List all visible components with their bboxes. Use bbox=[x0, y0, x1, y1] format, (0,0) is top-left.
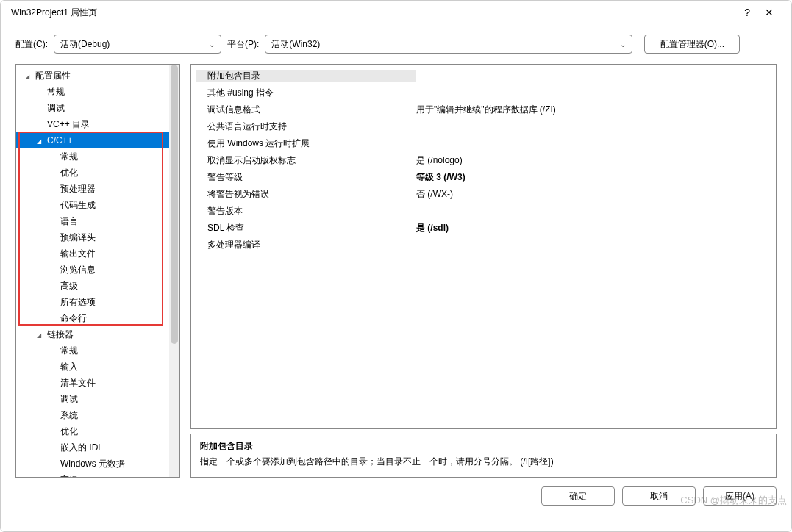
tree-pane: 配置属性常规调试VC++ 目录C/C++常规优化预处理器代码生成语言预编译头输出… bbox=[15, 64, 180, 478]
prop-name: 多处理器编译 bbox=[196, 239, 416, 251]
tree-item-cpp-1[interactable]: 优化 bbox=[16, 165, 169, 181]
cancel-button[interactable]: 取消 bbox=[622, 486, 696, 506]
tree-item-cpp-4[interactable]: 语言 bbox=[16, 213, 169, 229]
window-title: Win32Project1 属性页 bbox=[11, 7, 97, 19]
tree-item-top-2[interactable]: VC++ 目录 bbox=[16, 116, 169, 132]
tree-item-linker-7[interactable]: Windows 元数据 bbox=[16, 456, 169, 472]
tree-item-linker-2[interactable]: 清单文件 bbox=[16, 375, 169, 391]
prop-row-9[interactable]: SDL 检查是 (/sdl) bbox=[196, 220, 771, 237]
config-dropdown[interactable]: 活动(Debug) ⌄ bbox=[54, 35, 221, 54]
tree-item-linker-1[interactable]: 输入 bbox=[16, 359, 169, 375]
tree-item-linker-4[interactable]: 系统 bbox=[16, 407, 169, 423]
prop-row-2[interactable]: 调试信息格式用于"编辑并继续"的程序数据库 (/ZI) bbox=[196, 101, 771, 118]
tree-item-linker[interactable]: 链接器 bbox=[16, 326, 169, 342]
chevron-down-icon: ⌄ bbox=[620, 40, 626, 48]
tree-item-cpp-6[interactable]: 输出文件 bbox=[16, 245, 169, 262]
tree-item-linker-3[interactable]: 调试 bbox=[16, 391, 169, 407]
config-label: 配置(C): bbox=[15, 38, 48, 51]
prop-row-5[interactable]: 取消显示启动版权标志是 (/nologo) bbox=[196, 152, 771, 169]
tree-item-top-1[interactable]: 调试 bbox=[16, 100, 169, 116]
prop-name: 附加包含目录 bbox=[196, 70, 416, 82]
prop-row-6[interactable]: 警告等级等级 3 (/W3) bbox=[196, 169, 771, 186]
tree-item-cpp-8[interactable]: 高级 bbox=[16, 278, 169, 294]
prop-name: 调试信息格式 bbox=[196, 104, 416, 116]
prop-row-4[interactable]: 使用 Windows 运行时扩展 bbox=[196, 135, 771, 152]
prop-row-8[interactable]: 警告版本 bbox=[196, 203, 771, 220]
tree-item-cpp-7[interactable]: 浏览信息 bbox=[16, 262, 169, 278]
platform-dropdown[interactable]: 活动(Win32) ⌄ bbox=[265, 35, 632, 54]
apply-button[interactable]: 应用(A) bbox=[703, 486, 777, 506]
platform-value: 活动(Win32) bbox=[271, 38, 320, 51]
config-row: 配置(C): 活动(Debug) ⌄ 平台(P): 活动(Win32) ⌄ 配置… bbox=[1, 24, 791, 64]
tree-item-cpp[interactable]: C/C++ bbox=[16, 132, 169, 148]
prop-value: 是 (/nologo) bbox=[416, 154, 771, 167]
tree-scrollbar[interactable] bbox=[169, 65, 179, 477]
prop-row-10[interactable]: 多处理器编译 bbox=[196, 237, 771, 254]
description-title: 附加包含目录 bbox=[200, 440, 767, 453]
properties-pane: 附加包含目录其他 #using 指令调试信息格式用于"编辑并继续"的程序数据库 … bbox=[190, 64, 777, 429]
help-icon[interactable]: ? bbox=[744, 7, 750, 18]
tree-item-linker-8[interactable]: 高级 bbox=[16, 472, 169, 477]
prop-name: 警告版本 bbox=[196, 205, 416, 218]
footer: 确定 取消 应用(A) CSDN @撬动未来的支点 bbox=[1, 478, 791, 514]
ok-button[interactable]: 确定 bbox=[541, 486, 615, 506]
tree-item-cpp-9[interactable]: 所有选项 bbox=[16, 294, 169, 310]
description-text: 指定一个或多个要添加到包含路径中的目录；当目录不止一个时，请用分号分隔。 (/I… bbox=[200, 456, 767, 468]
description-pane: 附加包含目录 指定一个或多个要添加到包含路径中的目录；当目录不止一个时，请用分号… bbox=[190, 434, 777, 478]
prop-value: 等级 3 (/W3) bbox=[416, 171, 771, 184]
prop-name: 其他 #using 指令 bbox=[196, 87, 416, 99]
prop-row-0[interactable]: 附加包含目录 bbox=[196, 68, 771, 85]
prop-name: 公共语言运行时支持 bbox=[196, 121, 416, 133]
prop-row-7[interactable]: 将警告视为错误否 (/WX-) bbox=[196, 186, 771, 203]
tree-item-linker-0[interactable]: 常规 bbox=[16, 342, 169, 359]
prop-name: 警告等级 bbox=[196, 171, 416, 184]
prop-value: 用于"编辑并继续"的程序数据库 (/ZI) bbox=[416, 104, 771, 116]
tree-item-cpp-10[interactable]: 命令行 bbox=[16, 310, 169, 326]
tree-item-linker-6[interactable]: 嵌入的 IDL bbox=[16, 439, 169, 456]
tree-item-cpp-0[interactable]: 常规 bbox=[16, 148, 169, 165]
tree-item-top-0[interactable]: 常规 bbox=[16, 84, 169, 100]
prop-row-1[interactable]: 其他 #using 指令 bbox=[196, 85, 771, 101]
prop-name: 使用 Windows 运行时扩展 bbox=[196, 137, 416, 150]
tree-scrollbar-thumb[interactable] bbox=[171, 65, 178, 344]
platform-label: 平台(P): bbox=[227, 38, 259, 51]
prop-name: SDL 检查 bbox=[196, 222, 416, 234]
prop-row-3[interactable]: 公共语言运行时支持 bbox=[196, 118, 771, 135]
close-icon[interactable]: ✕ bbox=[765, 7, 774, 18]
prop-value: 否 (/WX-) bbox=[416, 188, 771, 201]
chevron-down-icon: ⌄ bbox=[209, 40, 215, 48]
prop-name: 取消显示启动版权标志 bbox=[196, 154, 416, 167]
prop-value: 是 (/sdl) bbox=[416, 222, 771, 234]
tree-item-cpp-3[interactable]: 代码生成 bbox=[16, 197, 169, 213]
tree-root[interactable]: 配置属性 bbox=[16, 68, 169, 84]
config-value: 活动(Debug) bbox=[60, 38, 110, 51]
config-manager-button[interactable]: 配置管理器(O)... bbox=[644, 35, 740, 54]
tree-item-linker-5[interactable]: 优化 bbox=[16, 423, 169, 439]
tree-item-cpp-5[interactable]: 预编译头 bbox=[16, 229, 169, 245]
prop-name: 将警告视为错误 bbox=[196, 188, 416, 201]
tree-item-cpp-2[interactable]: 预处理器 bbox=[16, 181, 169, 197]
titlebar: Win32Project1 属性页 ? ✕ bbox=[1, 1, 791, 24]
